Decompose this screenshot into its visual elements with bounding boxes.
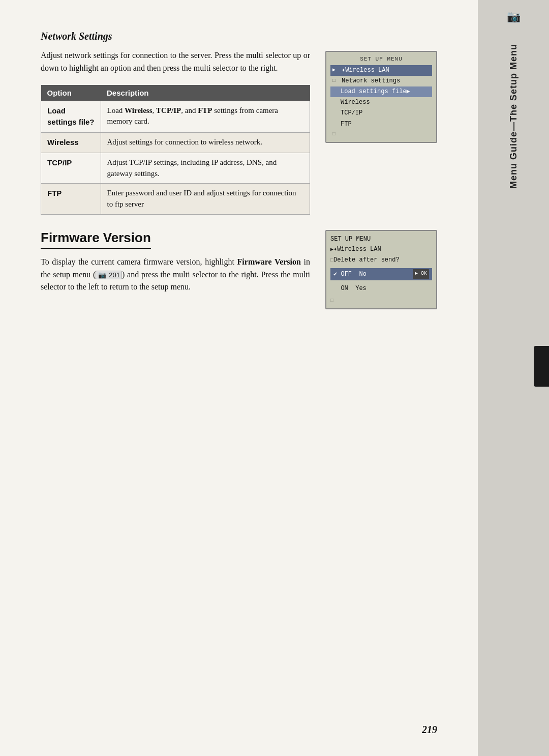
desc-tcpip: Adjust TCP/IP settings, including IP add… [101,153,310,184]
screen1-item-network: □Network settings [330,76,432,86]
firmware-body: To display the current camera firmware v… [41,256,310,294]
screen1-item-empty: □ [330,130,432,139]
camera-screenshot-2: SET UP MENU ▶✦Wireless LAN □Delete after… [325,230,442,309]
page-number: 219 [422,724,437,736]
option-ftp: FTP [47,189,62,197]
main-content: Network Settings Adjust network settings… [0,0,478,756]
ok-button: ▶ OK [413,269,429,279]
table-row: TCP/IP Adjust TCP/IP settings, including… [41,153,310,184]
screen1-title: SET UP MENU [330,55,432,64]
screen2-item-empty: □ [330,295,432,305]
table-row: Wireless Adjust settings for connection … [41,133,310,153]
options-table: Option Description Loadsettings file? Lo… [41,85,310,215]
col-option-header: Option [41,85,101,101]
camera-icon: 📷 [507,10,521,23]
screen2-item-off: ✔ OFF No ▶ OK [330,268,432,280]
table-row: Loadsettings file? Load Wireless, TCP/IP… [41,101,310,133]
camera-screenshot-1: SET UP MENU ▶✦Wireless LAN □Network sett… [325,31,442,215]
table-row: FTP Enter password and user ID and adjus… [41,184,310,215]
firmware-title: Firmware Version [41,230,151,249]
network-settings-body: Adjust network settings for connection t… [41,49,310,75]
camera-screen-2: SET UP MENU ▶✦Wireless LAN □Delete after… [325,230,437,309]
sidebar-vertical-text: Menu Guide—The Setup Menu [508,44,519,189]
camera-screen-1: SET UP MENU ▶✦Wireless LAN □Network sett… [325,51,437,143]
desc-wireless: Adjust settings for connection to wirele… [101,133,310,153]
screen2-item-delete: □Delete after send? [330,255,432,265]
option-wireless: Wireless [47,138,79,147]
screen1-item-wireless: Wireless [330,97,432,108]
screen2-item-on: ON Yes [330,282,432,295]
screen1-item-wlan: ▶✦Wireless LAN [330,65,432,76]
screen1-item-tcpip: TCP/IP [330,108,432,119]
screen2-item-wlan: ▶✦Wireless LAN [330,244,432,254]
firmware-text: Firmware Version To display the current … [41,230,310,309]
desc-ftp: Enter password and user ID and adjust se… [101,184,310,215]
col-desc-header: Description [101,85,310,101]
option-load: Loadsettings file? [47,106,95,127]
sidebar-black-tab [534,346,549,387]
network-settings-section: Network Settings Adjust network settings… [41,31,442,215]
screen1-item-load: Load settings file▶ [330,86,432,97]
desc-load: Load Wireless, TCP/IP, and FTP settings … [101,101,310,133]
section-title: Network Settings [41,31,310,42]
right-sidebar: 📷 Menu Guide—The Setup Menu [478,0,549,756]
screen2-title: SET UP MENU [330,234,432,244]
network-settings-text: Network Settings Adjust network settings… [41,31,310,215]
screen1-item-ftp: FTP [330,119,432,130]
firmware-section: Firmware Version To display the current … [41,230,442,309]
option-tcpip: TCP/IP [47,158,72,167]
